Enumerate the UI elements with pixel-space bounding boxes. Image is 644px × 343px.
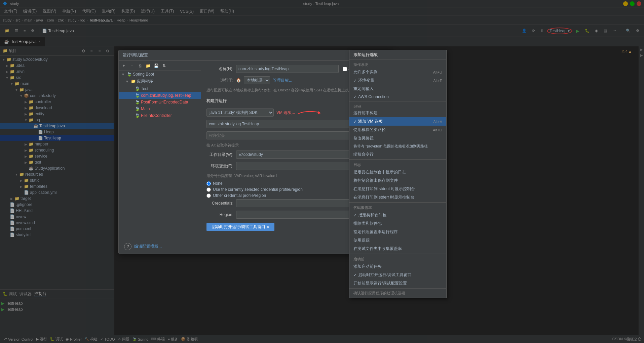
dd-label-module-classpath: 使用模块的类路径 <box>353 127 386 133</box>
dd-item-show-stdout[interactable]: 在消息打印到 stdout 时显示控制台 <box>349 185 446 193</box>
dd-sep-java <box>349 101 446 101</box>
dd-label-console-log: 指定要在控制台中显示的日志 <box>353 169 406 175</box>
dlg-arrow-springboot: ▼ <box>121 73 125 76</box>
dd-section-java: Java <box>349 102 446 109</box>
dd-check-aws: ✓ <box>353 94 357 99</box>
dlg-arrow-appgroup: ▼ <box>125 80 129 83</box>
dd-label-aws: AWS Connection <box>358 94 389 99</box>
form-runon-controls: 🏠 本地机器 管理目标... <box>236 76 292 84</box>
manage-targets-link[interactable]: 管理目标... <box>273 78 292 83</box>
dd-item-confirm-runner[interactable]: 确认运行应用程序的处理机选项 <box>349 289 446 297</box>
dd-label-debugger: 启动时打开运行/调试工具窗口 <box>358 272 412 278</box>
dd-section-before: 启动前 <box>349 255 446 262</box>
dialog-left-toolbar: + − ⎘ 📁 💾 ⇅ <box>119 61 201 71</box>
dlg-tree-postform[interactable]: 🍃 PostFormUrlEncodedData <box>119 99 201 105</box>
form-select-runon[interactable]: 本地机器 <box>244 76 270 84</box>
dd-item-label: 允许多个实例 <box>353 69 378 75</box>
dlg-tree-appgroup[interactable]: ▼ 📁 应用程序 <box>119 78 201 85</box>
dlg-tree-testheap-selected[interactable]: 🍃 com.zhk.study.log.TestHeap <box>119 92 201 99</box>
dd-item-use-trace[interactable]: 使用跟踪 <box>349 236 446 245</box>
dropdown-menu: 添加运行选项 操作系统 允许多个实例 Alt+U ✓ 环境变量 Alt+E 重定… <box>349 50 447 298</box>
dlg-tree-main[interactable]: 🍃 Main <box>119 105 201 112</box>
dlg-label-test: 🍃 Test <box>135 86 148 91</box>
radio-current-input[interactable] <box>206 187 211 192</box>
dd-item-debugger-inner: ✓ 启动时打开运行/调试工具窗口 <box>353 272 412 278</box>
dd-label-modify-classpath: 修改类路径 <box>353 135 374 141</box>
dlg-add-btn[interactable]: + <box>120 62 127 70</box>
vm-red-arrow-svg <box>296 109 323 116</box>
vm-options-hint: VM 选项... <box>276 110 295 116</box>
dlg-label-appgroup: 📁 应用程序 <box>131 79 153 84</box>
open-debugger-btn[interactable]: 启动时打开运行/调试工具窗口 × <box>206 223 274 231</box>
dd-label-show-settings: 开始前显示运行/调试配置设置 <box>353 281 407 286</box>
dlg-sort-btn[interactable]: ⇅ <box>160 62 168 70</box>
dd-item-aws-inner: ✓ AWS Connection <box>353 94 389 99</box>
dd-item-env-vars[interactable]: ✓ 环境变量 Alt+E <box>349 76 446 85</box>
dd-label-env: 环境变量 <box>358 78 374 83</box>
dd-item-show-stderr[interactable]: 在消息打印到 stderr 时显示控制台 <box>349 193 446 202</box>
dd-item-exclude-classes[interactable]: 排除类和软件包 <box>349 219 446 228</box>
dlg-tree-springboot[interactable]: ▼ 🍃 Spring Boot <box>119 71 201 78</box>
dialog-title: 运行/调试配置 <box>123 52 148 58</box>
edit-templates-link[interactable]: 编辑配置模板... <box>134 244 162 249</box>
dd-item-provided-deps[interactable]: 将带有 "provided" 范围的依赖项添加到类路径 <box>349 142 446 150</box>
dd-item-save-log[interactable]: 将控制台输出保存到文件 <box>349 176 446 185</box>
dd-label-use-trace: 使用跟踪 <box>353 238 370 243</box>
dlg-copy-btn[interactable]: ⎘ <box>136 62 144 70</box>
dlg-label-springboot: 🍃 Spring Boot <box>127 72 154 77</box>
dd-shortcut: Alt+U <box>433 70 442 74</box>
dd-item-specify-classes[interactable]: ✓ 指定类和软件包 <box>349 211 446 219</box>
dd-item-vm-options[interactable]: ✓ 添加 VM 选项 Alt+V <box>349 117 446 126</box>
dd-item-module-classpath[interactable]: 使用模块的类路径 Alt+O <box>349 126 446 134</box>
form-select-sdk[interactable]: java 11 'study' 模块的 SDK <box>206 109 274 117</box>
dd-item-console-log[interactable]: 指定要在控制台中显示的日志 <box>349 168 446 176</box>
help-btn[interactable]: ? <box>124 243 131 250</box>
radio-other-input[interactable] <box>206 194 211 198</box>
dlg-folder-btn[interactable]: 📁 <box>144 62 152 70</box>
form-label-envvars: 环境变量(E): <box>206 163 233 169</box>
dlg-save-btn[interactable]: 💾 <box>152 62 160 70</box>
dd-item-add-before-task[interactable]: 添加启动前任务 <box>349 262 446 271</box>
svg-marker-1 <box>318 111 321 114</box>
dd-sep-coverage <box>349 202 446 203</box>
dd-item-show-settings[interactable]: 开始前显示运行/调试配置设置 <box>349 279 446 288</box>
runon-icon: 🏠 <box>236 78 241 83</box>
dd-menu-title: 添加运行选项 <box>349 51 446 58</box>
dlg-tree-fileinfocontroller[interactable]: 🍃 FileInfoController <box>119 112 201 119</box>
open-debugger-x: × <box>267 225 269 229</box>
form-input-name[interactable] <box>236 65 339 73</box>
form-label-workdir: 工作目录(W): <box>206 152 233 158</box>
form-label-region: Region: <box>206 212 233 217</box>
dd-section-os: 操作系统 <box>349 60 446 68</box>
dd-item-collect-coverage[interactable]: 在测试文件夹中收集覆盖率 <box>349 245 446 253</box>
open-debugger-label: 启动时打开运行/调试工具窗口 <box>212 224 265 230</box>
vm-arrow <box>296 109 323 116</box>
dlg-remove-btn[interactable]: − <box>128 62 136 70</box>
dlg-label-main: 🍃 Main <box>135 106 150 111</box>
dlg-tree-test[interactable]: 🍃 Test <box>119 85 201 92</box>
store-checkbox[interactable] <box>343 67 347 71</box>
dd-label-provided-deps: 将带有 "provided" 范围的依赖项添加到类路径 <box>353 144 428 149</box>
dd-item-redirect[interactable]: 重定向输入 <box>349 85 446 93</box>
dd-item-specify-inner: ✓ 指定类和软件包 <box>353 212 386 218</box>
form-label-runon: 运行于: <box>206 78 233 83</box>
form-label-name: 名称(N): <box>206 66 233 72</box>
dd-label-collect-coverage: 在测试文件夹中收集覆盖率 <box>353 246 402 252</box>
dd-item-shorten-cmd[interactable]: 缩短命令行 <box>349 150 446 159</box>
dd-label-add-before-task: 添加启动前任务 <box>353 264 382 269</box>
dlg-label-fileinfocontroller: 🍃 FileInfoController <box>135 113 172 118</box>
dd-label-confirm-runner: 确认运行应用程序的处理机选项 <box>353 291 405 296</box>
radio-none-input[interactable] <box>206 181 211 186</box>
dd-item-nobuild[interactable]: 运行前不构建 <box>349 109 446 117</box>
dd-item-multiple-instances[interactable]: 允许多个实例 Alt+U <box>349 68 446 76</box>
form-label-credentials: Credentials: <box>206 201 233 206</box>
dd-item-aws[interactable]: ✓ AWS Connection <box>349 93 446 100</box>
dd-check-vm: ✓ <box>353 119 357 124</box>
dd-check-specify: ✓ <box>353 213 357 218</box>
dd-item-modify-classpath[interactable]: 修改类路径 <box>349 134 446 142</box>
dd-item-open-debugger-before[interactable]: ✓ 启动时打开运行/调试工具窗口 <box>349 271 446 279</box>
dd-section-coverage: 代码覆盖率 <box>349 203 446 211</box>
dlg-label-testheap-selected: 🍃 com.zhk.study.log.TestHeap <box>135 93 191 98</box>
dd-label-shorten-cmd: 缩短命令行 <box>353 152 374 157</box>
dd-item-specify-agent[interactable]: 指定代理覆盖率运行程序 <box>349 228 446 236</box>
